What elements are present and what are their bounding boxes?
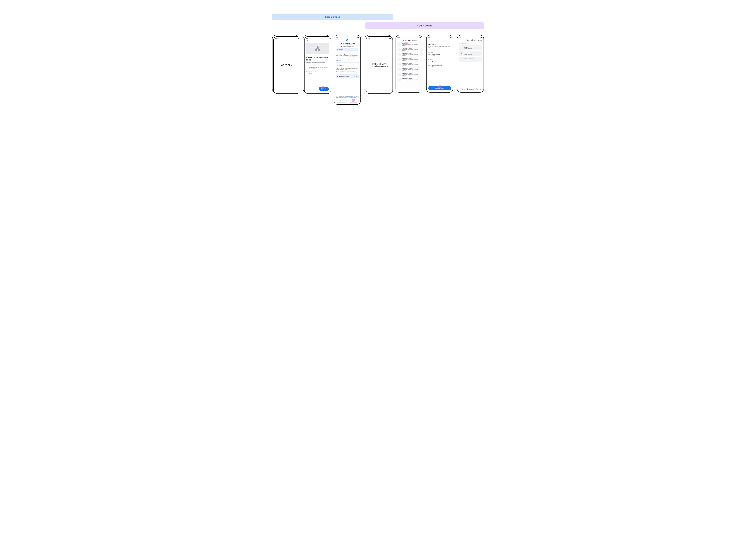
close-icon[interactable]: ✕ xyxy=(306,40,329,42)
item-title: Automation name xyxy=(402,68,420,69)
manage-text: Manage device linking below or in Google… xyxy=(336,71,359,74)
phone-oobe-stack: 9:30 ▾◢▮ 9:30 ▾◢▮ OOBE Flow xyxy=(272,35,299,92)
no-thanks-button[interactable]: No thanks xyxy=(336,99,347,102)
bullet-text: Easily control devices with apps of your… xyxy=(309,71,329,74)
item-title: Automation name xyxy=(402,73,420,74)
google-account-link[interactable]: Google Account xyxy=(351,97,356,98)
devices-icon: ▣ xyxy=(337,76,338,77)
automation-thumb-icon xyxy=(398,58,401,61)
status-bar: 9:30 ▾◢▮ xyxy=(305,37,331,40)
actions-label: Actions xyxy=(428,59,451,60)
status-time: 9:30 xyxy=(306,38,308,39)
automation-item[interactable]: Automation nameLorem ipsum dolor sit ame… xyxy=(398,47,420,51)
status-time: 9:30 xyxy=(397,37,400,38)
action-l1: TV xyxy=(432,61,435,62)
automation-card-tv-lights[interactable]: ▭ TV time lights1 starter • 2 actions xyxy=(459,51,482,56)
google-owned-banner: Google Owned xyxy=(272,14,393,20)
home-chip[interactable]: ⌂ SF Home xyxy=(336,48,359,51)
automation-item[interactable]: Automation nameLorem ipsum dolor sit ame… xyxy=(398,53,420,56)
bullet-text: Create advanced automations powered by G… xyxy=(309,67,329,70)
automation-item[interactable]: Automation nameLorem ipsum dolor sit ame… xyxy=(398,68,420,71)
discover-topbar: ← Discover Automations xyxy=(398,39,420,42)
automation-item[interactable]: Automation nameLorem ipsum dolor sit ame… xyxy=(398,63,420,66)
account-icon[interactable]: ◎ xyxy=(480,39,482,41)
automation-list[interactable]: ☾ Bedtime At 9pm, the TV powers down, be… xyxy=(398,42,420,83)
app-icon: A xyxy=(346,39,349,42)
settings-nav-icon: △ xyxy=(476,88,477,90)
automation-card-bedtime[interactable]: ☾ Bedtime1 starter • 2 actions xyxy=(459,45,482,50)
item-subtitle: Lorem ipsum dolor sit amet, consectetur … xyxy=(402,49,420,51)
item-title: Bedtime xyxy=(402,42,420,44)
tv-icon: ▭ xyxy=(428,61,431,62)
footer-legal: See Smart App Privacy Policy and Terms o… xyxy=(336,96,359,98)
light-icon: ◇ xyxy=(428,65,431,66)
automation-item[interactable]: Automation nameLorem ipsum dolor sit ame… xyxy=(398,78,420,81)
card-sub: 1 starter • 2 actions xyxy=(464,48,472,49)
nav-settings[interactable]: △ Settings xyxy=(476,88,481,90)
item-subtitle: Lorem ipsum dolor sit amet, consectetur … xyxy=(402,69,420,71)
save-automation-button[interactable]: Save automation xyxy=(428,86,451,90)
back-icon[interactable]: ← xyxy=(398,39,399,41)
privacy-link[interactable]: Privacy Policy xyxy=(342,96,347,97)
bedtime-topbar: ← xyxy=(428,39,451,42)
status-time: 9:30 xyxy=(368,38,370,39)
home-indicator xyxy=(284,93,290,93)
automation-thumb-icon xyxy=(398,68,401,71)
action-row-tv[interactable]: ▭ TVTurn off xyxy=(428,61,451,63)
automation-item[interactable]: Automation nameLorem ipsum dolor sit ame… xyxy=(398,58,420,61)
link-footer-buttons: No thanks Allow xyxy=(336,99,359,102)
nav-label: Automations xyxy=(469,89,474,90)
phone-link-home: 9:30 ▾◢▮ A Link home to Acme 👤 alex.mill… xyxy=(334,35,361,104)
action-l2: Turn off xyxy=(432,62,435,63)
matter-label: Matter Sharing Commissioning API xyxy=(368,63,391,68)
action-row-lights[interactable]: ◇ Kids bedroom lightsDim xyxy=(428,65,451,67)
nav-label: Settings xyxy=(477,89,481,90)
learn-more-link[interactable]: Learn more xyxy=(336,60,341,61)
item-title: Automation name xyxy=(402,47,420,49)
phone-discover: 9:30 ▾◢▮ ← Discover Automations ☾ Bedtim… xyxy=(396,35,423,92)
linked-body: Acme will automatically have access to a… xyxy=(336,67,359,70)
item-subtitle: Lorem ipsum dolor sit amet, consectetur … xyxy=(402,74,420,76)
status-time: 9:30 xyxy=(459,37,461,38)
legal-and: and xyxy=(347,96,349,97)
status-bar: 9:30 ▾◢▮ xyxy=(334,35,360,39)
automation-item[interactable]: Automation nameLorem ipsum dolor sit ame… xyxy=(398,73,420,76)
nav-automations[interactable]: ◉ Automations xyxy=(467,88,474,90)
home-indicator xyxy=(406,92,412,92)
person-icon: 👤 xyxy=(341,46,342,47)
status-time: 9:30 xyxy=(428,37,431,38)
card-title: Commuting to work xyxy=(464,58,474,59)
back-icon[interactable]: ← xyxy=(428,39,430,41)
bedtime-title: Bedtime xyxy=(428,43,451,45)
starter-row[interactable]: ◔ When the time is9:00 PM xyxy=(428,54,451,56)
legal-post2: . xyxy=(356,97,357,98)
automation-card-commuting[interactable]: ⇄ Commuting to work1 starter • 3 actions xyxy=(459,57,482,62)
nav-devices[interactable]: △ Devices xyxy=(460,88,465,90)
square-icon xyxy=(315,49,317,51)
automations-title: Automations xyxy=(463,39,478,41)
get-started-button[interactable]: Get started xyxy=(319,87,329,91)
moon-icon: ☾ xyxy=(398,42,401,46)
trust-body: When you grant Smart App access to your … xyxy=(336,55,359,61)
trust-body-text: When you grant Smart App access to your … xyxy=(336,55,358,59)
status-bar: 9:30 ▾◢▮ xyxy=(366,37,393,40)
starter-l1: When the time is xyxy=(432,54,440,55)
device-types-chip[interactable]: ▣ 4 device types linked ⚙ xyxy=(336,74,359,78)
calendar-icon[interactable]: ▦ xyxy=(478,39,480,41)
item-title: Automation name xyxy=(402,58,420,59)
item-title: Automation name xyxy=(402,78,420,79)
status-time: 9:30 xyxy=(336,37,338,38)
trust-title: Make sure that you trust Acme xyxy=(336,53,359,54)
automation-thumb-icon xyxy=(398,53,401,56)
item-subtitle: Lorem ipsum dolor sit amet, consectetur … xyxy=(402,54,420,56)
account-row: 👤 alex.miller@gmail.com xyxy=(336,46,359,47)
tos-link[interactable]: Terms of Service xyxy=(349,96,355,97)
ownership-banners: Google Owned Partner Owned xyxy=(272,14,484,29)
devices-nav-icon: △ xyxy=(460,88,461,90)
starter-l2: 9:00 PM xyxy=(432,55,440,56)
item-title: Automation name xyxy=(402,63,420,64)
gear-icon[interactable]: ⚙ xyxy=(356,76,357,77)
allow-button[interactable]: Allow xyxy=(348,99,359,102)
automation-item-bedtime[interactable]: ☾ Bedtime At 9pm, the TV powers down, be… xyxy=(398,42,420,46)
bedtime-subtitle: At 9pm, the TV powers down, and bedroom … xyxy=(428,46,451,48)
